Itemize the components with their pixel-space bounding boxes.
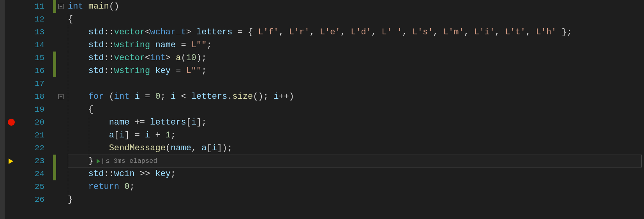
breakpoint-icon[interactable] — [8, 119, 15, 126]
line-number: 16 — [18, 64, 44, 77]
code-line[interactable]: std::wcin >> key; — [68, 167, 644, 180]
line-number: 21 — [18, 129, 44, 142]
line-number: 17 — [18, 77, 44, 90]
code-line[interactable]: int main() — [68, 0, 644, 13]
line-number: 22 — [18, 142, 44, 155]
line-number: 19 — [18, 103, 44, 116]
bar-icon — [102, 158, 103, 164]
line-number: 14 — [18, 39, 44, 52]
line-number-gutter: 11121314151617181920212223242526 — [18, 0, 53, 219]
code-line[interactable]: { — [68, 13, 644, 26]
code-editor[interactable]: 11121314151617181920212223242526 int mai… — [0, 0, 644, 219]
fold-collapse-icon[interactable] — [58, 4, 64, 9]
line-number: 13 — [18, 26, 44, 39]
code-line[interactable]: { — [68, 103, 644, 116]
line-number: 18 — [18, 90, 44, 103]
change-mark — [53, 155, 56, 180]
code-line[interactable]: std::vector<int> a(10); — [68, 52, 644, 64]
line-number: 24 — [18, 167, 44, 180]
code-line[interactable]: return 0; — [68, 180, 644, 193]
change-mark — [53, 52, 56, 77]
line-number: 11 — [18, 0, 44, 13]
line-number: 25 — [18, 180, 44, 193]
code-line[interactable]: for (int i = 0; i < letters.size(); i++) — [68, 90, 644, 103]
code-line[interactable]: }≤ 3ms elapsed — [68, 155, 644, 167]
code-line[interactable]: std::wstring name = L""; — [68, 39, 644, 52]
breakpoint-gutter[interactable] — [5, 0, 18, 219]
current-line-arrow-icon — [9, 158, 13, 164]
code-line[interactable]: name += letters[i]; — [68, 116, 644, 129]
code-area[interactable]: int main(){ std::vector<wchar_t> letters… — [68, 0, 644, 219]
line-number: 26 — [18, 193, 44, 206]
perf-tip[interactable]: ≤ 3ms elapsed — [97, 155, 157, 167]
code-line[interactable] — [68, 77, 644, 90]
code-line[interactable]: std::wstring key = L""; — [68, 64, 644, 77]
line-number: 12 — [18, 13, 44, 26]
change-indicator-gutter — [53, 0, 57, 219]
code-line[interactable]: std::vector<wchar_t> letters = { L'f', L… — [68, 26, 644, 39]
code-line[interactable]: } — [68, 193, 644, 206]
code-line[interactable]: SendMessage(name, a[i]); — [68, 142, 644, 155]
line-number: 23 — [18, 155, 44, 167]
line-number: 20 — [18, 116, 44, 129]
fold-collapse-icon[interactable] — [58, 94, 64, 99]
perf-tip-text: ≤ 3ms elapsed — [106, 155, 157, 167]
change-mark — [53, 0, 56, 13]
code-line[interactable]: a[i] = i + 1; — [68, 129, 644, 142]
line-number: 15 — [18, 52, 44, 64]
editor-left-strip — [0, 0, 5, 219]
play-icon — [97, 159, 100, 164]
fold-gutter[interactable] — [57, 0, 68, 219]
